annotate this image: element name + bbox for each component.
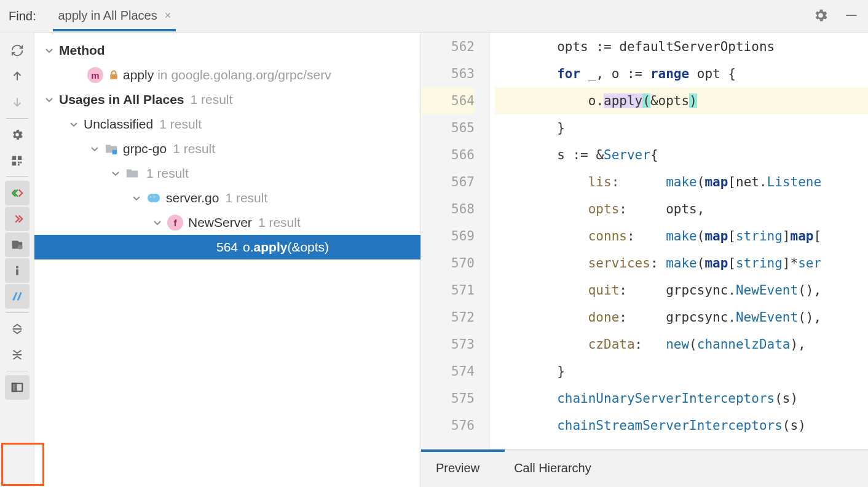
unclassified-count: 1 result [159,117,202,132]
tree-node-folder[interactable]: 1 result [34,161,420,186]
module-icon [105,142,118,156]
tree-node-hit[interactable]: 564 o.apply(&opts) [34,235,420,259]
file-count: 1 result [225,191,267,205]
svg-rect-8 [16,266,18,269]
show-write-button[interactable] [5,207,30,231]
tree-node-method[interactable]: Method [34,38,420,63]
svg-rect-2 [17,156,21,160]
preview-pane: 5625635645655665675685695705715725735745… [421,33,868,487]
function-count: 1 result [258,215,301,230]
show-read-button[interactable] [5,181,30,205]
svg-rect-12 [112,150,117,154]
go-file-icon [146,191,161,205]
hit-match: apply [254,240,288,255]
active-tab-underline [421,449,505,452]
prev-occurrence-button[interactable] [5,64,30,89]
tree-node-function[interactable]: f NewServer 1 result [34,210,420,235]
svg-rect-9 [16,269,18,275]
group-by-button[interactable] [5,148,30,173]
file-label: server.go [166,191,219,205]
unclassified-label: Unclassified [84,117,153,132]
show-import-button[interactable] [5,232,30,257]
preview-panel-toggle[interactable] [5,375,30,400]
folder-icon [125,167,139,180]
tree-node-usages[interactable]: Usages in All Places 1 result [34,87,420,112]
tree-node-target[interactable]: m apply in google.golang.org/grpc/serv [34,63,420,87]
svg-rect-0 [846,15,856,16]
svg-point-7 [17,245,22,249]
settings-button[interactable] [5,122,30,147]
tree-node-unclassified[interactable]: Unclassified 1 result [34,112,420,137]
chevron-down-icon [44,46,54,55]
tab-call-hierarchy[interactable]: Call Hierarchy [514,461,591,475]
target-name: apply [123,68,154,82]
tree-node-project[interactable]: grpc-go 1 result [34,137,420,161]
chevron-down-icon [69,119,79,129]
chevron-down-icon [152,218,162,228]
code-editor[interactable]: 5625635645655665675685695705715725735745… [421,33,868,449]
next-occurrence-button[interactable] [5,90,30,114]
svg-rect-3 [12,162,15,165]
chevron-down-icon [44,95,54,105]
find-tab[interactable]: apply in All Places × [53,1,176,31]
svg-rect-5 [20,162,22,164]
function-icon: f [167,215,183,231]
find-tab-title: apply in All Places [58,9,157,23]
method-icon: m [87,67,103,83]
target-path: in google.golang.org/grpc/serv [157,68,331,82]
preview-tabs: Preview Call Hierarchy [421,449,868,487]
method-label: Method [59,43,105,58]
tab-preview[interactable]: Preview [436,461,479,475]
svg-point-17 [150,196,151,197]
svg-rect-11 [12,384,15,392]
expand-all-button[interactable] [5,317,30,341]
hit-pre: o. [243,240,254,255]
find-header: Find: apply in All Places × [0,0,868,33]
tree-node-file[interactable]: server.go 1 result [34,186,420,210]
chevron-down-icon [90,144,100,154]
minimize-icon[interactable] [843,7,859,25]
usages-count: 1 result [191,92,233,107]
info-button[interactable] [5,258,30,283]
find-label: Find: [9,9,36,23]
hit-line-number: 564 [216,240,238,255]
svg-rect-1 [12,156,15,160]
lock-icon [108,69,119,81]
close-icon[interactable]: × [165,9,172,22]
gutter: 5625635645655665675685695705715725735745… [421,33,490,449]
project-count: 1 result [173,141,215,156]
svg-rect-6 [17,164,19,166]
project-label: grpc-go [123,141,167,156]
refresh-button[interactable] [5,38,30,63]
results-tree[interactable]: Method m apply in google.golang.org/grpc… [34,33,421,487]
hit-post: (&opts) [287,240,329,255]
tool-rail [0,33,34,487]
collapse-all-button[interactable] [5,342,30,367]
function-label: NewServer [188,215,252,230]
svg-point-14 [151,194,160,202]
gear-icon[interactable] [813,7,829,25]
chevron-down-icon [132,193,141,203]
comment-usages-button[interactable] [5,284,30,309]
usages-label: Usages in All Places [59,92,184,107]
code-content[interactable]: opts := defaultServerOptions for _, o :=… [490,33,868,449]
svg-point-18 [154,196,154,197]
folder-count: 1 result [146,166,189,181]
svg-rect-4 [17,162,19,164]
chevron-down-icon [111,168,120,178]
